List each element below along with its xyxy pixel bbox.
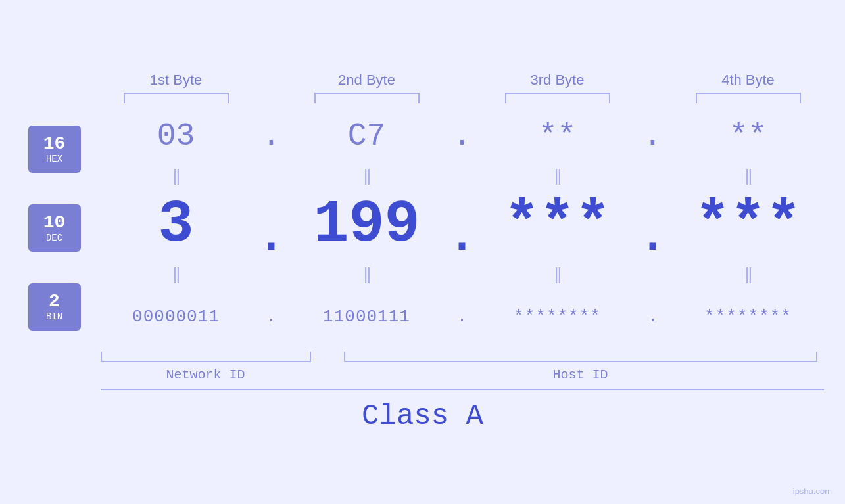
eq1-b4: || <box>666 166 831 186</box>
byte1-col: 1st Byte <box>101 72 252 103</box>
class-label: Class A <box>362 400 483 432</box>
eq1-b3: || <box>475 166 640 186</box>
dec-b4: *** <box>694 195 801 254</box>
dec-b3: *** <box>504 195 610 254</box>
eq2-b2: || <box>285 264 449 285</box>
watermark: ipshu.com <box>793 486 832 496</box>
byte2-col: 2nd Byte <box>291 72 443 103</box>
byte4-label: 4th Byte <box>721 72 775 89</box>
header-row: 1st Byte 2nd Byte 3rd Byte 4th Byte <box>101 72 824 103</box>
dec-b1-cell: 3 <box>94 195 258 254</box>
bin-b3-cell: ******** <box>475 307 640 327</box>
bin-text: BIN <box>46 312 62 322</box>
hex-b1-cell: 03 <box>94 118 258 154</box>
host-id-label: Host ID <box>552 367 608 382</box>
bin-b1: 00000011 <box>132 307 220 327</box>
hex-text: HEX <box>46 154 62 164</box>
hex-value-row: 03 . C7 . ** . ** <box>94 110 831 162</box>
network-bracket-bottom <box>101 352 311 362</box>
content-area: 16 HEX 10 DEC 2 BIN 03 . <box>15 110 831 346</box>
hex-b4-cell: ** <box>666 118 831 154</box>
network-id-label: Network ID <box>166 367 245 382</box>
hex-badge: 16 HEX <box>28 126 81 173</box>
bin-dot1: . <box>258 307 285 327</box>
hex-b2-cell: C7 <box>285 118 449 154</box>
bin-b4-cell: ******** <box>666 307 831 327</box>
dec-dot2: . <box>449 189 475 261</box>
byte4-col: 4th Byte <box>673 72 824 103</box>
hex-dot1: . <box>258 118 285 154</box>
eq2-b1: || <box>94 264 258 285</box>
bin-num: 2 <box>49 292 60 312</box>
eq-row-2: || || || || <box>94 261 831 287</box>
dec-badge: 10 DEC <box>28 204 81 252</box>
bin-value-row: 00000011 . 11000111 . ******** . <box>94 287 831 346</box>
bin-badge: 2 BIN <box>28 283 81 331</box>
bin-b3: ******** <box>514 307 601 327</box>
hex-b2: C7 <box>348 118 386 154</box>
byte2-bracket-top <box>314 93 420 103</box>
dec-b1: 3 <box>158 195 193 254</box>
eq-row-1: || || || || <box>94 162 831 189</box>
bin-b1-cell: 00000011 <box>94 307 258 327</box>
byte2-label: 2nd Byte <box>338 72 395 89</box>
dec-b3-cell: *** <box>475 195 640 254</box>
dec-num: 10 <box>43 213 66 233</box>
hex-dot2: . <box>449 118 475 154</box>
eq2-b3: || <box>475 264 640 285</box>
hex-b4: ** <box>729 118 767 154</box>
byte1-bracket-top <box>124 93 229 103</box>
byte4-bracket-top <box>696 93 801 103</box>
hex-b3-cell: ** <box>475 118 640 154</box>
byte1-label: 1st Byte <box>150 72 202 89</box>
dec-b2: 199 <box>313 195 420 254</box>
hex-dot3: . <box>640 118 666 154</box>
hex-num: 16 <box>43 134 66 154</box>
class-bracket-full <box>101 389 824 390</box>
host-bracket-bottom <box>344 352 817 362</box>
main-container: 1st Byte 2nd Byte 3rd Byte 4th Byte 16 H… <box>0 0 845 504</box>
eq1-b1: || <box>94 166 258 186</box>
bin-b4: ******** <box>704 307 792 327</box>
dec-dot1: . <box>258 189 285 261</box>
bottom-area: Network ID Host ID <box>15 352 831 382</box>
bin-dot3: . <box>640 307 666 327</box>
network-id-bracket: Network ID <box>94 352 318 382</box>
eq2-b4: || <box>666 264 831 285</box>
dec-value-row: 3 . 199 . *** . *** <box>94 189 831 261</box>
hex-b1: 03 <box>157 118 195 154</box>
base-labels: 16 HEX 10 DEC 2 BIN <box>15 110 94 346</box>
class-row: Class A <box>15 389 831 432</box>
hex-b3: ** <box>539 118 577 154</box>
eq1-b2: || <box>285 166 449 186</box>
bin-b2-cell: 11000111 <box>285 307 449 327</box>
byte3-col: 3rd Byte <box>482 72 633 103</box>
dec-text: DEC <box>46 233 62 243</box>
bracket-row: Network ID Host ID <box>94 352 817 382</box>
host-id-bracket: Host ID <box>344 352 817 382</box>
bin-b2: 11000111 <box>323 307 410 327</box>
dec-b4-cell: *** <box>666 195 831 254</box>
byte3-bracket-top <box>505 93 610 103</box>
bin-dot2: . <box>449 307 475 327</box>
values-grid: 03 . C7 . ** . ** <box>94 110 831 346</box>
byte3-label: 3rd Byte <box>531 72 585 89</box>
dec-dot3: . <box>640 189 666 261</box>
dec-b2-cell: 199 <box>285 195 449 254</box>
